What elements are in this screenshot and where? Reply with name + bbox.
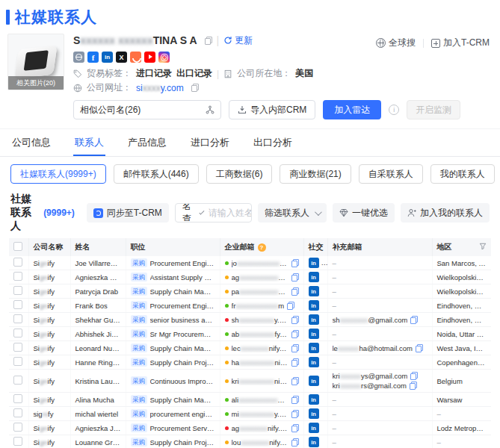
name-cell[interactable]: Leonard Nugraha bbox=[70, 341, 126, 355]
name-cell[interactable]: Patrycja Drab bbox=[70, 284, 126, 299]
global-search-link[interactable]: 全球搜 bbox=[376, 37, 416, 49]
import-records-link[interactable]: 进口记录 bbox=[136, 67, 172, 80]
tab-2[interactable]: 产品信息 bbox=[126, 129, 168, 156]
linkedin-icon[interactable] bbox=[102, 52, 113, 63]
filter-contacts-button[interactable]: 筛选联系人 bbox=[258, 203, 327, 223]
pill-0[interactable]: 社媒联系人(9999+) bbox=[10, 164, 106, 184]
copy-email-icon[interactable] bbox=[291, 273, 299, 281]
linkedin-icon[interactable]: in bbox=[309, 437, 319, 447]
company-cell: Signify bbox=[28, 370, 70, 393]
email-help-icon[interactable]: ? bbox=[258, 243, 266, 252]
pill-3[interactable]: 商业数据(21) bbox=[280, 164, 351, 184]
name-cell[interactable]: Shekhar Gupta bbox=[70, 313, 126, 327]
copy-email-icon[interactable] bbox=[291, 438, 299, 447]
copy-email-icon[interactable] bbox=[287, 302, 294, 310]
pill-1[interactable]: 邮件联系人(446) bbox=[114, 164, 199, 184]
copy-extra-email-icon[interactable] bbox=[410, 382, 417, 390]
pill-2[interactable]: 工商数据(6) bbox=[206, 164, 273, 184]
row-checkbox[interactable] bbox=[13, 258, 22, 267]
row-checkbox[interactable] bbox=[13, 286, 22, 295]
linkedin-icon[interactable]: in bbox=[309, 357, 319, 367]
copy-email-icon[interactable] bbox=[291, 358, 299, 367]
similar-companies-dropdown[interactable]: 相似公司名(26) bbox=[73, 100, 221, 119]
name-cell[interactable]: Frank Bos bbox=[70, 299, 126, 313]
import-crm-button[interactable]: 导入内部CRM bbox=[229, 100, 315, 119]
copy-website-icon[interactable] bbox=[191, 84, 199, 92]
tab-3[interactable]: 进口分析 bbox=[189, 129, 231, 156]
copy-extra-email-icon[interactable] bbox=[410, 316, 418, 324]
row-checkbox[interactable] bbox=[13, 300, 22, 309]
company-website-link[interactable]: sixxxxy.com bbox=[136, 83, 184, 93]
linkedin-icon[interactable]: in bbox=[309, 314, 319, 325]
refresh-company-button[interactable]: 更新 bbox=[223, 34, 253, 47]
row-checkbox[interactable] bbox=[13, 423, 22, 432]
tab-0[interactable]: 公司信息 bbox=[10, 129, 52, 156]
row-checkbox[interactable] bbox=[13, 343, 22, 352]
linkedin-icon[interactable]: in bbox=[309, 423, 319, 433]
linkedin-icon[interactable]: in bbox=[309, 329, 319, 339]
web-icon[interactable] bbox=[73, 52, 84, 63]
row-checkbox[interactable] bbox=[13, 314, 22, 323]
select-all-checkbox[interactable] bbox=[13, 242, 22, 251]
email-status-dot bbox=[225, 332, 229, 336]
linkedin-icon[interactable]: in bbox=[309, 394, 319, 405]
one-click-optimize-button[interactable]: 一键优选 bbox=[333, 203, 395, 223]
youtube-icon[interactable] bbox=[144, 52, 155, 63]
pill-4[interactable]: 自采联系人 bbox=[359, 164, 423, 184]
linkedin-icon[interactable]: in bbox=[309, 376, 319, 386]
linkedin-icon[interactable]: in bbox=[309, 343, 319, 353]
enable-monitor-button[interactable]: 开启监测 bbox=[407, 100, 460, 119]
tab-1[interactable]: 联系人 bbox=[73, 129, 105, 156]
linkedin-icon[interactable]: in bbox=[309, 286, 319, 296]
pill-5[interactable]: 我的联系人 bbox=[430, 164, 495, 184]
copy-extra-email-icon[interactable] bbox=[410, 372, 418, 380]
add-my-contacts-button[interactable]: 加入我的联系人 bbox=[401, 203, 490, 223]
name-cell[interactable]: Kristina Lauwerys bbox=[70, 370, 126, 393]
info-icon[interactable]: i bbox=[389, 105, 399, 115]
x-icon[interactable] bbox=[116, 52, 127, 63]
add-radar-button[interactable]: 加入雷达 bbox=[323, 100, 381, 119]
linkedin-icon[interactable]: in bbox=[309, 300, 319, 311]
linkedin-icon[interactable]: in bbox=[309, 408, 319, 419]
join-tcrm-link[interactable]: 加入T-CRM bbox=[431, 37, 490, 49]
name-cell[interactable]: Agnieszka Janas bbox=[70, 421, 126, 435]
name-cell[interactable]: Hanne Ringbo Maur... bbox=[70, 355, 126, 370]
name-cell[interactable]: michal wiertel bbox=[70, 407, 126, 421]
related-images-badge[interactable]: 相关图片(20) bbox=[8, 76, 64, 90]
linkedin-icon[interactable]: in bbox=[309, 272, 319, 282]
tab-4[interactable]: 出口分析 bbox=[252, 129, 294, 156]
row-checkbox[interactable] bbox=[13, 357, 22, 366]
row-checkbox[interactable] bbox=[13, 329, 22, 337]
name-search-input[interactable] bbox=[209, 208, 252, 218]
instagram-icon[interactable] bbox=[158, 52, 170, 63]
name-cell[interactable]: Agnieszka Mielniczuk bbox=[70, 270, 126, 284]
copy-company-name-icon[interactable] bbox=[205, 37, 212, 45]
name-cell[interactable]: Abhishek Jindal bbox=[70, 327, 126, 341]
facebook-icon[interactable] bbox=[87, 52, 99, 63]
row-checkbox[interactable] bbox=[13, 376, 22, 385]
copy-email-icon[interactable] bbox=[291, 287, 299, 296]
row-checkbox[interactable] bbox=[13, 272, 22, 281]
copy-email-icon[interactable] bbox=[291, 259, 299, 267]
row-checkbox[interactable] bbox=[13, 394, 22, 403]
company-image[interactable]: 相关图片(20) bbox=[7, 34, 64, 90]
linkedin-icon[interactable]: in bbox=[309, 258, 319, 268]
row-checkbox[interactable] bbox=[13, 408, 22, 417]
copy-email-icon[interactable] bbox=[291, 410, 299, 418]
copy-email-icon[interactable] bbox=[291, 424, 299, 432]
name-cell[interactable]: Joe Villarreal, MBA bbox=[70, 256, 126, 270]
phone-icon[interactable] bbox=[130, 52, 141, 63]
name-cell[interactable]: Alina Mucha bbox=[70, 393, 126, 407]
region-filter-icon[interactable] bbox=[479, 243, 487, 252]
copy-email-icon[interactable] bbox=[291, 377, 299, 385]
sync-tcrm-button[interactable]: 同步至T-CRM bbox=[87, 203, 169, 223]
name-cell[interactable]: Louanne Griffiths bbox=[70, 435, 126, 448]
copy-extra-email-icon[interactable] bbox=[416, 344, 423, 352]
copy-email-icon[interactable] bbox=[291, 344, 299, 352]
copy-email-icon[interactable] bbox=[291, 396, 299, 404]
name-query-dropdown[interactable]: 姓名查询 bbox=[176, 204, 209, 222]
export-records-link[interactable]: 出口记录 bbox=[176, 67, 212, 80]
row-checkbox[interactable] bbox=[13, 437, 22, 446]
copy-email-icon[interactable] bbox=[291, 330, 299, 338]
copy-email-icon[interactable] bbox=[291, 316, 299, 324]
